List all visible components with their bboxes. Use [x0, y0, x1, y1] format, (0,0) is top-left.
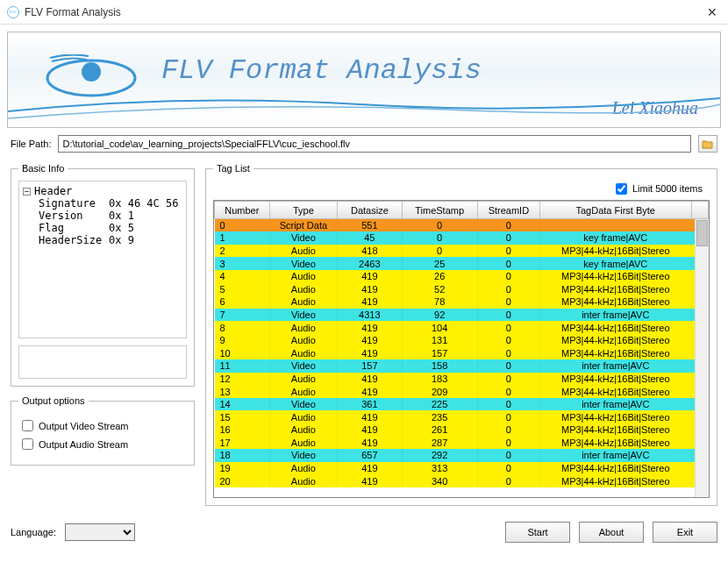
exit-button[interactable]: Exit — [653, 522, 717, 543]
about-button[interactable]: About — [579, 522, 644, 543]
table-scrollbar[interactable] — [695, 219, 709, 497]
table-cell: inter frame|AVC — [539, 359, 691, 373]
table-cell: 92 — [402, 309, 477, 322]
table-cell: inter frame|AVC — [539, 309, 691, 322]
table-cell: MP3|44-kHz|16Bit|Stereo — [539, 245, 691, 258]
table-row[interactable]: 16Audio4192610MP3|44-kHz|16Bit|Stereo — [215, 423, 709, 437]
table-row[interactable]: 5Audio419520MP3|44-kHz|16Bit|Stereo — [215, 282, 709, 295]
table-cell: Video — [269, 257, 338, 270]
table-cell: 0 — [477, 346, 539, 359]
header-tree: − Header Signature0x 46 4C 56Version0x 1… — [18, 181, 187, 338]
column-header[interactable]: StreamID — [477, 202, 539, 219]
output-video-input[interactable] — [22, 420, 33, 431]
table-cell: 0 — [477, 385, 539, 398]
table-row[interactable]: 9Audio4191310MP3|44-kHz|16Bit|Stereo — [215, 334, 709, 347]
table-cell: 5 — [215, 282, 270, 295]
tag-list-legend: Tag List — [213, 163, 253, 174]
basic-info-group: Basic Info − Header Signature0x 46 4C 56… — [11, 163, 195, 387]
table-cell: 0 — [402, 231, 477, 245]
table-cell: 0 — [477, 309, 539, 322]
table-row[interactable]: 2Audio41800MP3|44-kHz|16Bit|Stereo — [215, 245, 709, 258]
start-button[interactable]: Start — [505, 522, 570, 543]
table-row[interactable]: 10Audio4191570MP3|44-kHz|16Bit|Stereo — [215, 346, 709, 359]
tree-collapse-icon[interactable]: − — [23, 188, 31, 196]
table-cell: 0 — [477, 231, 539, 245]
close-icon[interactable]: ✕ — [703, 5, 721, 19]
tag-list-group: Tag List Limit 5000 items NumberTypeData… — [205, 163, 717, 506]
table-cell: 235 — [402, 410, 477, 423]
table-cell: 4313 — [338, 309, 402, 322]
column-header[interactable]: Datasize — [338, 202, 402, 219]
output-options-legend: Output options — [18, 395, 89, 406]
table-cell: 0 — [477, 410, 539, 423]
column-header[interactable]: Number — [215, 202, 270, 219]
table-cell: 183 — [402, 373, 477, 386]
table-cell: 0 — [477, 257, 539, 270]
table-cell: 292 — [402, 449, 477, 462]
table-cell: 419 — [338, 346, 402, 359]
table-row[interactable]: 0Script Data55100 — [215, 219, 709, 232]
column-header[interactable]: TimeStamp — [402, 202, 477, 219]
table-cell: 131 — [402, 334, 477, 347]
table-cell: Audio — [269, 373, 338, 386]
table-cell: 419 — [338, 474, 402, 487]
limit-checkbox[interactable]: Limit 5000 items — [616, 183, 703, 195]
table-row[interactable]: 18Video6572920inter frame|AVC — [215, 449, 709, 462]
column-header[interactable] — [691, 202, 708, 219]
language-select[interactable] — [65, 523, 135, 541]
table-cell: 419 — [338, 410, 402, 423]
table-row[interactable]: 17Audio4192870MP3|44-kHz|16Bit|Stereo — [215, 437, 709, 450]
filepath-input[interactable] — [58, 135, 691, 153]
output-video-checkbox[interactable]: Output Video Stream — [22, 420, 183, 431]
table-row[interactable]: 14Video3612250inter frame|AVC — [215, 398, 709, 411]
limit-input[interactable] — [616, 183, 627, 195]
scroll-thumb[interactable] — [696, 220, 708, 246]
table-cell: 45 — [338, 231, 402, 245]
column-header[interactable]: Type — [269, 202, 338, 219]
table-cell: 0 — [477, 359, 539, 373]
titlebar: FLV Format Analysis ✕ — [0, 0, 728, 25]
output-audio-checkbox[interactable]: Output Audio Stream — [22, 438, 183, 450]
table-cell: MP3|44-kHz|16Bit|Stereo — [539, 295, 691, 309]
table-cell: 13 — [215, 385, 270, 398]
table-cell: MP3|44-kHz|16Bit|Stereo — [539, 410, 691, 423]
table-row[interactable]: 15Audio4192350MP3|44-kHz|16Bit|Stereo — [215, 410, 709, 423]
table-cell: inter frame|AVC — [539, 398, 691, 411]
column-header[interactable]: TagData First Byte — [539, 202, 691, 219]
table-row[interactable]: 13Audio4192090MP3|44-kHz|16Bit|Stereo — [215, 385, 709, 398]
table-cell: 4 — [215, 270, 270, 283]
table-cell: 8 — [215, 321, 270, 334]
table-row[interactable]: 4Audio419260MP3|44-kHz|16Bit|Stereo — [215, 270, 709, 283]
table-cell: 225 — [402, 398, 477, 411]
table-cell: 657 — [338, 449, 402, 462]
table-cell: Audio — [269, 295, 338, 309]
table-cell — [539, 219, 691, 232]
table-cell: MP3|44-kHz|16Bit|Stereo — [539, 334, 691, 347]
table-cell: 0 — [402, 219, 477, 232]
table-cell: 0 — [477, 474, 539, 487]
banner: FLV Format Analysis Lei Xiaohua — [7, 32, 721, 128]
table-cell: 0 — [477, 282, 539, 295]
table-row[interactable]: 3Video2463250key frame|AVC — [215, 257, 709, 270]
table-row[interactable]: 12Audio4191830MP3|44-kHz|16Bit|Stereo — [215, 373, 709, 386]
table-cell: 419 — [338, 270, 402, 283]
output-audio-input[interactable] — [22, 438, 33, 450]
table-row[interactable]: 20Audio4193400MP3|44-kHz|16Bit|Stereo — [215, 474, 709, 487]
table-cell: 2463 — [338, 257, 402, 270]
table-cell: 1 — [215, 231, 270, 245]
table-row[interactable]: 7Video4313920inter frame|AVC — [215, 309, 709, 322]
table-cell: 78 — [402, 295, 477, 309]
output-video-label: Output Video Stream — [39, 421, 129, 431]
header-root-label: Header — [34, 185, 72, 197]
svg-point-1 — [82, 62, 101, 82]
table-row[interactable]: 1Video4500key frame|AVC — [215, 231, 709, 245]
browse-button[interactable] — [698, 135, 717, 153]
table-row[interactable]: 8Audio4191040MP3|44-kHz|16Bit|Stereo — [215, 321, 709, 334]
tag-table[interactable]: NumberTypeDatasizeTimeStampStreamIDTagDa… — [214, 201, 709, 487]
table-cell: 3 — [215, 257, 270, 270]
table-cell: 9 — [215, 334, 270, 347]
table-row[interactable]: 11Video1571580inter frame|AVC — [215, 359, 709, 373]
table-cell: 0 — [477, 423, 539, 437]
table-row[interactable]: 19Audio4193130MP3|44-kHz|16Bit|Stereo — [215, 462, 709, 475]
table-row[interactable]: 6Audio419780MP3|44-kHz|16Bit|Stereo — [215, 295, 709, 309]
